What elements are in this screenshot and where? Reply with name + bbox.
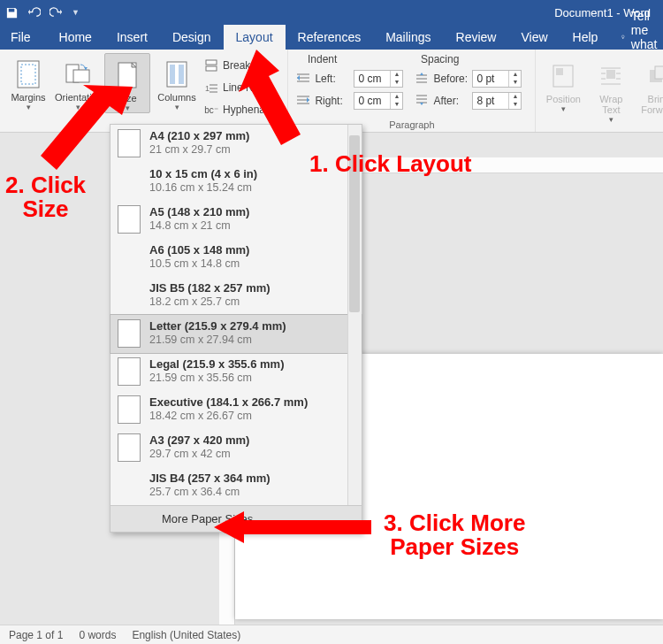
annotation-arrow-2	[37, 85, 134, 182]
bring-forward-button: Bring Forward	[636, 55, 663, 115]
annotation-arrow-1	[230, 50, 309, 147]
size-option-title: A5 (148 x 210 mm)	[149, 205, 249, 218]
page-icon	[118, 205, 141, 234]
tab-design[interactable]: Design	[160, 25, 224, 50]
page-icon	[118, 433, 141, 462]
svg-rect-17	[556, 68, 563, 75]
tell-me[interactable]: Tell me what yo	[610, 25, 663, 50]
svg-rect-9	[179, 65, 184, 84]
svg-rect-18	[606, 70, 615, 79]
svg-rect-5	[73, 70, 89, 82]
wrap-text-button: Wrap Text▾	[589, 55, 633, 124]
status-language[interactable]: English (United States)	[132, 629, 240, 641]
redo-icon[interactable]	[50, 6, 63, 19]
size-option[interactable]: Executive (184.1 x 266.7 mm)18.42 cm x 2…	[110, 391, 362, 429]
tab-view[interactable]: View	[508, 25, 560, 50]
tab-review[interactable]: Review	[444, 25, 509, 50]
tab-help[interactable]: Help	[560, 25, 611, 50]
columns-icon	[154, 57, 200, 92]
size-option-title: Legal (215.9 x 355.6 mm)	[149, 357, 284, 371]
page-icon	[118, 319, 141, 348]
size-option-dims: 18.42 cm x 26.67 cm	[149, 410, 308, 422]
position-button: Position▾	[541, 55, 585, 113]
spacing-after-row: After: 8 pt▲▼	[415, 91, 522, 111]
annotation-label-2: 2. Click Size	[5, 173, 86, 222]
spacing-header: Spacing	[421, 53, 459, 65]
size-option[interactable]: Letter (215.9 x 279.4 mm)21.59 cm x 27.9…	[110, 314, 362, 354]
svg-rect-20	[655, 66, 663, 79]
title-bar: ▼ Document1 - Word	[0, 0, 663, 25]
lightbulb-icon	[621, 31, 626, 43]
annotation-label-3: 3. Click More Paper Sizes	[384, 511, 525, 560]
svg-point-0	[622, 35, 625, 38]
svg-rect-8	[170, 65, 175, 84]
svg-marker-22	[41, 85, 133, 170]
annotation-arrow-3	[214, 510, 373, 545]
size-option-title: A6 (105 x 148 mm)	[149, 243, 249, 257]
tab-references[interactable]: References	[286, 25, 374, 50]
size-option[interactable]: A3 (297 x 420 mm)29.7 cm x 42 cm	[110, 429, 362, 467]
position-icon	[541, 58, 585, 94]
page-icon	[118, 395, 141, 424]
svg-rect-1	[623, 38, 624, 39]
size-option-dims: 25.7 cm x 36.4 cm	[149, 486, 271, 498]
size-option-dims: 14.8 cm x 21 cm	[149, 219, 249, 232]
line-numbers-icon: 1	[203, 81, 219, 94]
breaks-icon	[203, 59, 219, 72]
indent-left-input[interactable]: 0 cm▲▼	[354, 70, 403, 88]
bring-forward-icon	[636, 58, 663, 94]
size-option-title: JIS B5 (182 x 257 mm)	[149, 281, 271, 295]
status-bar: Page 1 of 1 0 words English (United Stat…	[0, 625, 663, 644]
page-icon	[118, 281, 141, 310]
tab-layout[interactable]: Layout	[224, 25, 286, 50]
size-option-title: Letter (215.9 x 279.4 mm)	[149, 319, 286, 333]
tab-insert[interactable]: Insert	[104, 25, 160, 50]
size-option[interactable]: Legal (215.9 x 355.6 mm)21.59 cm x 35.56…	[110, 353, 362, 391]
svg-marker-23	[214, 511, 371, 543]
group-arrange: Position▾ Wrap Text▾ Bring Forward	[536, 50, 663, 132]
svg-rect-11	[206, 66, 217, 71]
spacing-before-icon	[415, 73, 430, 86]
indent-header: Indent	[308, 53, 337, 65]
tab-home[interactable]: Home	[47, 25, 104, 50]
group-paragraph: Indent Spacing Left: 0 cm▲▼ Right: 0 cm▲…	[288, 50, 536, 132]
status-words[interactable]: 0 words	[79, 629, 116, 641]
indent-left-row: Left: 0 cm▲▼	[297, 69, 403, 88]
size-option-dims: 21.59 cm x 27.94 cm	[149, 334, 286, 346]
size-option-title: JIS B4 (257 x 364 mm)	[149, 472, 271, 485]
size-option[interactable]: A5 (148 x 210 mm)14.8 cm x 21 cm	[110, 201, 362, 239]
svg-text:1: 1	[205, 84, 210, 93]
page-icon	[118, 472, 141, 500]
menu-scrollbar[interactable]	[347, 125, 362, 505]
qat-dropdown-icon[interactable]: ▼	[72, 8, 80, 17]
spacing-after-icon	[415, 95, 430, 108]
spacing-before-input[interactable]: 0 pt▲▼	[472, 70, 522, 88]
columns-button[interactable]: Columns▾	[154, 53, 200, 111]
annotation-label-1: 1. Click Layout	[309, 152, 472, 176]
indent-right-input[interactable]: 0 cm▲▼	[354, 92, 403, 110]
tab-file[interactable]: File	[0, 25, 47, 50]
size-option-dims: 10.16 cm x 15.24 cm	[149, 181, 257, 194]
size-dropdown-menu: A4 (210 x 297 mm)21 cm x 29.7 cm10 x 15 …	[110, 124, 362, 533]
spacing-before-row: Before: 0 pt▲▼	[415, 69, 522, 88]
size-option-title: 10 x 15 cm (4 x 6 in)	[149, 167, 257, 180]
tab-mailings[interactable]: Mailings	[373, 25, 443, 50]
size-option[interactable]: JIS B5 (182 x 257 mm)18.2 cm x 25.7 cm	[110, 277, 362, 315]
save-icon[interactable]	[5, 6, 19, 19]
size-option-dims: 18.2 cm x 25.7 cm	[149, 295, 271, 308]
size-option-dims: 29.7 cm x 42 cm	[149, 448, 249, 460]
undo-icon[interactable]	[27, 6, 41, 19]
size-option-title: A3 (297 x 420 mm)	[149, 433, 249, 447]
size-option[interactable]: A6 (105 x 148 mm)10.5 cm x 14.8 cm	[110, 239, 362, 277]
status-page[interactable]: Page 1 of 1	[9, 629, 63, 641]
size-option-dims: 21.59 cm x 35.56 cm	[149, 372, 284, 384]
wrap-text-icon	[589, 58, 633, 94]
spacing-after-input[interactable]: 8 pt▲▼	[472, 92, 522, 110]
page-icon	[118, 357, 141, 386]
size-option[interactable]: JIS B4 (257 x 364 mm)25.7 cm x 36.4 cm	[110, 467, 362, 505]
quick-access-toolbar: ▼	[5, 6, 80, 19]
svg-marker-21	[239, 50, 301, 145]
svg-rect-10	[206, 60, 217, 65]
size-option-dims: 10.5 cm x 14.8 cm	[149, 257, 249, 270]
page-icon	[118, 243, 141, 272]
